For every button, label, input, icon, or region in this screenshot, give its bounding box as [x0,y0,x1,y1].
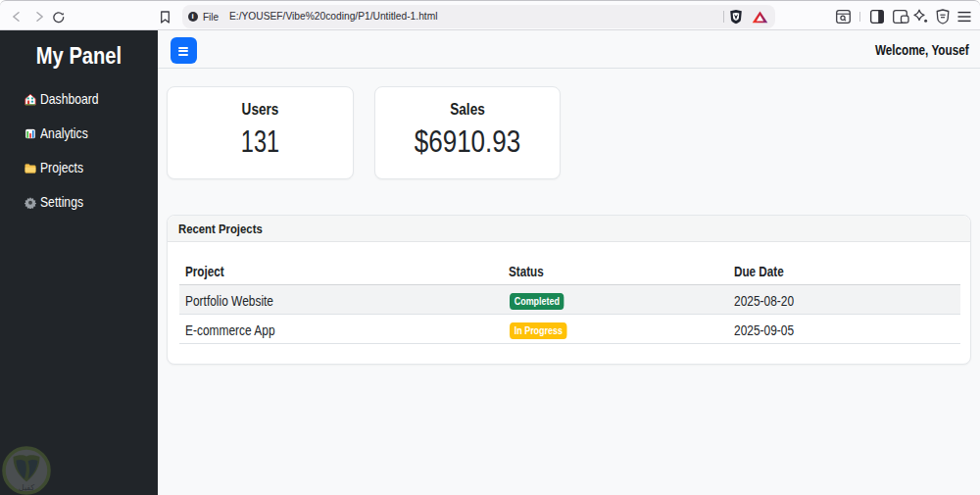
svg-text:كفيل: كفيل [19,483,35,492]
